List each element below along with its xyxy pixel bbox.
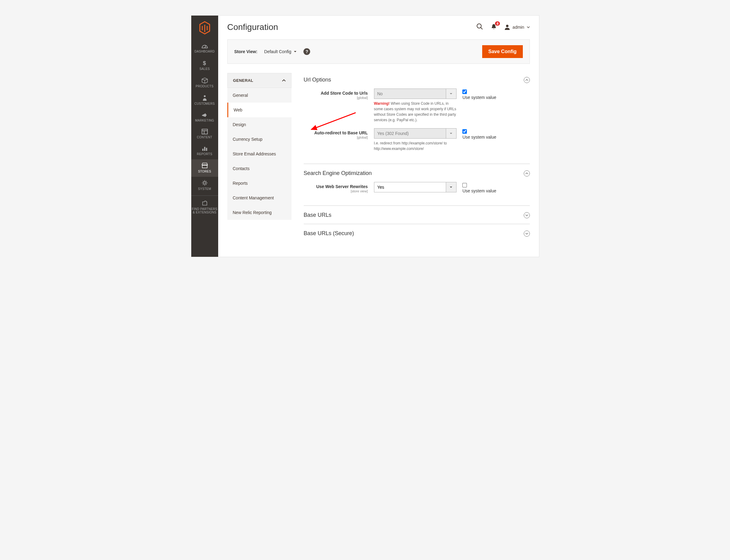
field-label: Auto-redirect to Base URL bbox=[314, 130, 368, 135]
scope-selector[interactable]: Default Config bbox=[264, 49, 297, 54]
main-content: Configuration 8 admin Store View: bbox=[218, 16, 539, 257]
nav-customers[interactable]: CUSTOMERS bbox=[191, 92, 218, 109]
notifications-icon[interactable]: 8 bbox=[491, 24, 497, 31]
select-web-server-rewrites[interactable]: Yes bbox=[374, 182, 457, 192]
nav-find-partners[interactable]: FIND PARTNERS & EXTENSIONS bbox=[191, 195, 218, 218]
chevron-down-icon bbox=[524, 212, 530, 218]
user-name: admin bbox=[513, 25, 524, 30]
chevron-up-icon bbox=[524, 77, 530, 83]
chevron-down-icon bbox=[524, 231, 530, 237]
select-value: Yes bbox=[374, 182, 446, 192]
config-item-contacts[interactable]: Contacts bbox=[227, 161, 291, 176]
caret-down-icon bbox=[294, 51, 297, 53]
save-config-button[interactable]: Save Config bbox=[482, 45, 523, 58]
select-value: Yes (302 Found) bbox=[374, 129, 446, 138]
svg-rect-5 bbox=[202, 149, 203, 151]
nav-label: PRODUCTS bbox=[191, 85, 218, 88]
config-group-general[interactable]: GENERAL bbox=[227, 73, 291, 88]
field-label: Add Store Code to Urls bbox=[320, 91, 368, 96]
config-item-new-relic[interactable]: New Relic Reporting bbox=[227, 205, 291, 220]
svg-point-1 bbox=[204, 95, 206, 97]
checkbox[interactable] bbox=[462, 129, 467, 134]
nav-label: CONTENT bbox=[191, 136, 218, 139]
caret-down-icon bbox=[446, 182, 456, 192]
config-item-reports[interactable]: Reports bbox=[227, 176, 291, 191]
help-icon[interactable]: ? bbox=[303, 48, 310, 55]
field-add-store-code: Add Store Code to Urls [global] No Warni… bbox=[304, 89, 530, 123]
section-base-urls-secure: Base URLs (Secure) bbox=[304, 227, 530, 242]
section-title: Search Engine Optimization bbox=[304, 170, 372, 176]
app-window: DASHBOARD $ SALES PRODUCTS CUSTOMERS MAR… bbox=[191, 15, 539, 257]
config-nav: GENERAL General Web Design Currency Setu… bbox=[227, 73, 291, 245]
page-header: Configuration 8 admin bbox=[227, 22, 530, 32]
svg-text:$: $ bbox=[203, 60, 206, 66]
nav-products[interactable]: PRODUCTS bbox=[191, 74, 218, 92]
field-scope: [global] bbox=[304, 96, 368, 100]
config-item-design[interactable]: Design bbox=[227, 117, 291, 132]
section-url-options: Url Options Add Store Code to Urls [glob… bbox=[304, 73, 530, 164]
dollar-icon: $ bbox=[202, 60, 207, 66]
svg-point-8 bbox=[203, 182, 206, 184]
config-item-web[interactable]: Web bbox=[227, 103, 291, 117]
nav-system[interactable]: SYSTEM bbox=[191, 177, 218, 194]
svg-rect-2 bbox=[202, 129, 207, 134]
config-item-store-email[interactable]: Store Email Addresses bbox=[227, 147, 291, 161]
nav-reports[interactable]: REPORTS bbox=[191, 143, 218, 159]
field-web-server-rewrites: Use Web Server Rewrites [store view] Yes bbox=[304, 182, 530, 193]
nav-sales[interactable]: $ SALES bbox=[191, 57, 218, 74]
section-toggle-base-urls[interactable]: Base URLs bbox=[304, 208, 530, 224]
section-toggle-seo[interactable]: Search Engine Optimization bbox=[304, 166, 530, 182]
svg-line-10 bbox=[481, 27, 483, 29]
chevron-up-icon bbox=[524, 170, 530, 176]
nav-stores[interactable]: STORES bbox=[191, 159, 218, 177]
config-panels: Url Options Add Store Code to Urls [glob… bbox=[291, 73, 530, 245]
nav-marketing[interactable]: MARKETING bbox=[191, 109, 218, 126]
page-title: Configuration bbox=[227, 22, 278, 32]
field-scope: [store view] bbox=[304, 189, 368, 193]
section-title: Base URLs bbox=[304, 212, 331, 218]
toolbar: Store View: Default Config ? Save Config bbox=[227, 39, 530, 64]
use-system-value-checkbox[interactable]: Use system value bbox=[463, 89, 496, 100]
megaphone-icon bbox=[201, 112, 208, 118]
svg-rect-7 bbox=[206, 148, 207, 151]
nav-label: SALES bbox=[191, 67, 218, 71]
svg-rect-6 bbox=[204, 147, 205, 151]
gauge-icon bbox=[201, 43, 208, 49]
store-view-label: Store View: bbox=[234, 49, 257, 54]
box-icon bbox=[201, 77, 208, 83]
caret-down-icon bbox=[527, 26, 530, 28]
config-group-label: GENERAL bbox=[233, 78, 253, 83]
section-toggle-url-options[interactable]: Url Options bbox=[304, 73, 530, 89]
checkbox[interactable] bbox=[462, 183, 467, 187]
person-icon bbox=[202, 95, 207, 101]
caret-down-icon bbox=[446, 89, 456, 99]
field-hint: Warning! When using Store Code in URLs, … bbox=[374, 101, 457, 123]
use-system-value-checkbox[interactable]: Use system value bbox=[463, 182, 496, 193]
nav-label: DASHBOARD bbox=[191, 50, 218, 53]
bar-chart-icon bbox=[202, 146, 208, 151]
section-toggle-base-urls-secure[interactable]: Base URLs (Secure) bbox=[304, 227, 530, 242]
nav-dashboard[interactable]: DASHBOARD bbox=[191, 40, 218, 57]
config-item-currency-setup[interactable]: Currency Setup bbox=[227, 132, 291, 147]
nav-label: REPORTS bbox=[191, 152, 218, 156]
notification-badge: 8 bbox=[495, 21, 500, 26]
config-item-general[interactable]: General bbox=[227, 88, 291, 103]
use-system-value-checkbox[interactable]: Use system value bbox=[463, 128, 496, 140]
select-value: No bbox=[374, 89, 446, 99]
section-seo: Search Engine Optimization Use Web Serve… bbox=[304, 166, 530, 206]
user-menu[interactable]: admin bbox=[505, 24, 530, 30]
field-scope: [global] bbox=[304, 136, 368, 139]
nav-content[interactable]: CONTENT bbox=[191, 126, 218, 143]
checkbox[interactable] bbox=[462, 89, 467, 94]
config-item-content-management[interactable]: Content Management bbox=[227, 191, 291, 205]
svg-point-9 bbox=[477, 24, 481, 28]
select-add-store-code[interactable]: No bbox=[374, 89, 457, 99]
search-icon[interactable] bbox=[476, 23, 483, 31]
header-tools: 8 admin bbox=[476, 23, 530, 31]
caret-down-icon bbox=[446, 129, 456, 138]
field-label: Use Web Server Rewrites bbox=[316, 184, 368, 189]
nav-label: FIND PARTNERS & EXTENSIONS bbox=[191, 207, 218, 214]
select-auto-redirect[interactable]: Yes (302 Found) bbox=[374, 128, 457, 139]
magento-logo[interactable] bbox=[198, 21, 211, 35]
chevron-up-icon bbox=[282, 79, 286, 82]
